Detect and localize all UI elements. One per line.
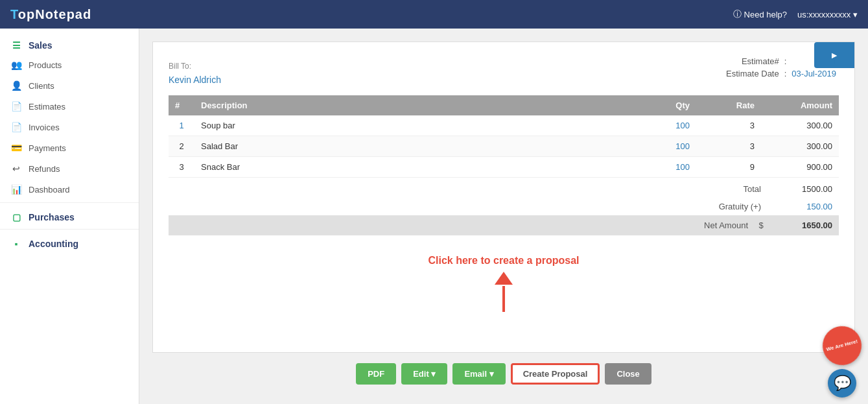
sales-icon: ☰	[10, 40, 22, 51]
estimate-date-value: 03-Jul-2019	[789, 67, 839, 80]
invoices-icon: 📄	[10, 122, 22, 132]
row3-desc: Snack Bar	[194, 157, 631, 178]
col-num: #	[169, 95, 194, 115]
close-button[interactable]: Close	[605, 363, 651, 385]
chat-icon: 💬	[834, 375, 851, 392]
sidebar-item-label: Invoices	[29, 123, 60, 132]
chat-button[interactable]: 💬	[828, 369, 856, 398]
estimate-number-value: 1	[789, 55, 839, 67]
payments-icon: 💳	[10, 143, 22, 153]
sidebar-divider-1	[0, 202, 139, 203]
sidebar-item-label: Refunds	[29, 164, 60, 174]
arrow-up	[175, 272, 832, 312]
net-label: Net Amount	[677, 220, 755, 230]
clients-icon: 👤	[10, 80, 22, 91]
row1-desc: Soup bar	[194, 115, 631, 136]
net-value: 1650.00	[768, 220, 832, 230]
col-description: Description	[194, 95, 631, 115]
items-table: # Description Qty Rate Amount 1 Soup bar…	[169, 95, 839, 178]
sidebar-item-purchases[interactable]: ▢ Purchases	[0, 206, 139, 226]
gratuity-label: Gratuity (+)	[690, 202, 768, 211]
refunds-icon: ↩	[10, 163, 22, 174]
arrow-head	[495, 272, 513, 285]
row3-qty: 100	[631, 157, 696, 178]
accounting-label: Accounting	[29, 239, 78, 249]
sidebar-item-refunds[interactable]: ↩ Refunds	[0, 158, 139, 179]
total-value: 1500.00	[768, 184, 832, 194]
content-card: ► Bill To: Kevin Aldrich Estimate# : 1 E…	[152, 42, 855, 353]
edit-button[interactable]: Edit ▾	[401, 363, 447, 385]
table-row: 2 Salad Bar 100 3 300.00	[169, 136, 839, 157]
col-amount: Amount	[761, 95, 839, 115]
proposal-hint: Click here to create a proposal	[169, 248, 839, 318]
sales-label: Sales	[29, 40, 53, 51]
sidebar-item-label: Estimates	[29, 102, 65, 112]
row3-num: 3	[169, 157, 194, 178]
row2-qty: 100	[631, 136, 696, 157]
estimate-date-label: Estimate Date	[723, 67, 782, 80]
accounting-icon: ▪	[10, 239, 22, 249]
we-are-here-text: We Are Here!	[826, 339, 859, 353]
row1-rate: 3	[696, 115, 761, 136]
bottom-toolbar: PDF Edit ▾ Email ▾ Create Proposal Close	[152, 353, 855, 395]
sidebar-item-invoices[interactable]: 📄 Invoices	[0, 117, 139, 137]
app-logo: TopNotepad	[10, 7, 91, 22]
email-button[interactable]: Email ▾	[452, 363, 505, 385]
sidebar: ☰ Sales 👥 Products 👤 Clients 📄 Estimates…	[0, 29, 139, 404]
user-label: us:xxxxxxxxxx ▾	[797, 10, 858, 19]
net-row: Net Amount $ 1650.00	[169, 215, 839, 235]
sidebar-item-clients[interactable]: 👤 Clients	[0, 75, 139, 96]
row3-rate: 9	[696, 157, 761, 178]
gratuity-row: Gratuity (+) 150.00	[169, 198, 839, 215]
purchases-icon: ▢	[10, 212, 22, 222]
topbar: TopNotepad ⓘ Need help? us:xxxxxxxxxx ▾	[0, 0, 868, 29]
sidebar-item-payments[interactable]: 💳 Payments	[0, 137, 139, 158]
gratuity-value: 150.00	[768, 202, 832, 211]
totals-section: Total 1500.00 Gratuity (+) 150.00 Net Am…	[169, 180, 839, 235]
user-menu[interactable]: us:xxxxxxxxxx ▾	[797, 10, 858, 19]
sidebar-item-label: Dashboard	[29, 185, 70, 195]
row1-num: 1	[169, 115, 194, 136]
table-row: 1 Soup bar 100 3 300.00	[169, 115, 839, 136]
main-content: ► Bill To: Kevin Aldrich Estimate# : 1 E…	[139, 29, 868, 404]
sidebar-item-label: Products	[29, 60, 62, 70]
row2-rate: 3	[696, 136, 761, 157]
topbar-right: ⓘ Need help? us:xxxxxxxxxx ▾	[733, 8, 858, 20]
row3-amount: 900.00	[761, 157, 839, 178]
estimate-info: Estimate# : 1 Estimate Date : 03-Jul-201…	[723, 55, 839, 80]
products-icon: 👥	[10, 60, 22, 70]
row1-qty: 100	[631, 115, 696, 136]
col-qty: Qty	[631, 95, 696, 115]
arrow-line	[502, 286, 505, 312]
help-icon: ⓘ	[733, 8, 742, 20]
row2-desc: Salad Bar	[194, 136, 631, 157]
row1-amount: 300.00	[761, 115, 839, 136]
help-link[interactable]: ⓘ Need help?	[733, 8, 788, 20]
pdf-button[interactable]: PDF	[356, 363, 396, 385]
help-label: Need help?	[744, 10, 788, 19]
purchases-label: Purchases	[29, 212, 75, 222]
layout: ☰ Sales 👥 Products 👤 Clients 📄 Estimates…	[0, 29, 868, 404]
sidebar-item-estimates[interactable]: 📄 Estimates	[0, 96, 139, 117]
create-proposal-button[interactable]: Create Proposal	[511, 363, 600, 385]
row2-num: 2	[169, 136, 194, 157]
row2-amount: 300.00	[761, 136, 839, 157]
total-row: Total 1500.00	[169, 180, 839, 198]
table-row: 3 Snack Bar 100 9 900.00	[169, 157, 839, 178]
sidebar-item-sales[interactable]: ☰ Sales	[0, 34, 139, 54]
estimates-icon: 📄	[10, 101, 22, 112]
sidebar-item-label: Clients	[29, 81, 54, 91]
proposal-hint-text: Click here to create a proposal	[175, 255, 832, 267]
sidebar-item-products[interactable]: 👥 Products	[0, 54, 139, 75]
estimate-number-label: Estimate#	[723, 55, 782, 67]
dashboard-icon: 📊	[10, 184, 22, 195]
sidebar-divider-2	[0, 229, 139, 230]
sidebar-item-accounting[interactable]: ▪ Accounting	[0, 232, 139, 253]
net-currency: $	[755, 220, 768, 230]
sidebar-item-label: Payments	[29, 143, 66, 153]
total-label: Total	[690, 184, 768, 194]
col-rate: Rate	[696, 95, 761, 115]
sidebar-item-dashboard[interactable]: 📊 Dashboard	[0, 179, 139, 200]
